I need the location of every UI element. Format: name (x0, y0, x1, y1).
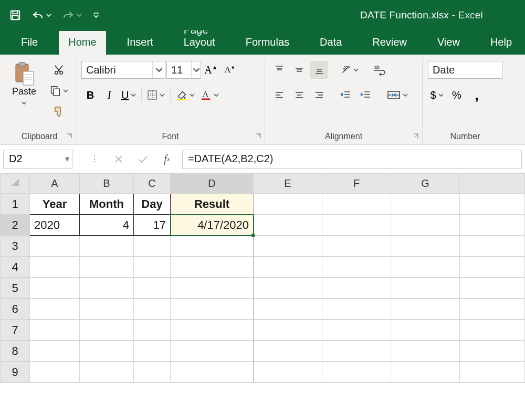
align-center-button[interactable] (290, 86, 308, 104)
cell-E4[interactable] (254, 257, 322, 278)
cell-A4[interactable] (30, 257, 80, 278)
row-header-6[interactable]: 6 (1, 299, 30, 320)
col-header-C[interactable]: C (134, 174, 171, 194)
cell-B4[interactable] (80, 257, 134, 278)
decrease-indent-button[interactable] (337, 86, 354, 104)
tab-file[interactable]: File (12, 31, 47, 55)
row-header-9[interactable]: 9 (1, 362, 30, 383)
cell-C9[interactable] (134, 362, 171, 383)
bold-button[interactable]: B (81, 86, 99, 104)
cell-E9[interactable] (254, 362, 322, 383)
customize-qat-button[interactable] (89, 8, 103, 22)
cell-G8[interactable] (391, 341, 460, 362)
tab-home[interactable]: Home (59, 31, 106, 55)
tab-insert[interactable]: Insert (118, 31, 163, 55)
percent-format-button[interactable]: % (448, 86, 466, 104)
number-format-input[interactable] (428, 61, 502, 78)
cell-E2[interactable] (254, 215, 322, 236)
cell-C3[interactable] (134, 236, 171, 257)
format-painter-button[interactable] (47, 103, 70, 121)
cell-D4[interactable] (171, 257, 254, 278)
insert-function-button[interactable]: fx (158, 150, 176, 168)
cell-F4[interactable] (322, 257, 391, 278)
orientation-button[interactable]: ab (338, 61, 361, 79)
row-header-8[interactable]: 8 (1, 341, 30, 362)
cell-E8[interactable] (254, 341, 322, 362)
cell-A7[interactable] (30, 320, 80, 341)
increase-font-button[interactable]: A▲ (202, 61, 220, 79)
cell-A1[interactable]: Year (30, 194, 80, 215)
cancel-formula-button[interactable] (110, 150, 128, 168)
cell-G3[interactable] (391, 236, 460, 257)
cell-A9[interactable] (30, 362, 80, 383)
tab-review[interactable]: Review (363, 31, 416, 55)
align-left-button[interactable] (270, 86, 288, 104)
cell-F2[interactable] (322, 215, 391, 236)
cell-B6[interactable] (80, 299, 134, 320)
cell-H5[interactable] (460, 278, 525, 299)
spreadsheet-grid[interactable]: A B C D E F G 1 Year Month Day Result (0, 173, 525, 383)
number-format-combo[interactable] (428, 61, 502, 79)
copy-button[interactable] (47, 82, 70, 100)
cell-H3[interactable] (460, 236, 525, 257)
cell-C6[interactable] (134, 299, 171, 320)
cell-D7[interactable] (171, 320, 254, 341)
row-header-4[interactable]: 4 (1, 257, 30, 278)
cell-A3[interactable] (30, 236, 80, 257)
cell-F8[interactable] (322, 341, 391, 362)
cell-E3[interactable] (254, 236, 322, 257)
cell-D8[interactable] (171, 341, 254, 362)
cell-F7[interactable] (322, 320, 391, 341)
col-header-extra[interactable] (460, 174, 525, 194)
redo-button[interactable] (59, 7, 85, 24)
alignment-launcher-icon[interactable] (413, 132, 419, 141)
cell-H7[interactable] (460, 320, 525, 341)
merge-center-button[interactable] (385, 86, 410, 104)
borders-button[interactable] (145, 86, 167, 104)
cell-E1[interactable] (254, 194, 322, 215)
cell-A5[interactable] (30, 278, 80, 299)
cell-G1[interactable] (391, 194, 460, 215)
underline-button[interactable]: U (119, 86, 138, 104)
cell-G5[interactable] (391, 278, 460, 299)
row-header-5[interactable]: 5 (1, 278, 30, 299)
font-color-button[interactable]: A (198, 86, 221, 104)
cell-H4[interactable] (460, 257, 525, 278)
select-all-corner[interactable] (1, 174, 30, 194)
cut-button[interactable] (47, 61, 70, 79)
cell-D5[interactable] (171, 278, 254, 299)
cell-E5[interactable] (254, 278, 322, 299)
cell-C5[interactable] (134, 278, 171, 299)
tab-help[interactable]: Help (481, 31, 521, 55)
row-header-7[interactable]: 7 (1, 320, 30, 341)
tab-data[interactable]: Data (310, 31, 351, 55)
align-middle-button[interactable] (290, 61, 308, 79)
cell-G9[interactable] (391, 362, 460, 383)
cell-C8[interactable] (134, 341, 171, 362)
align-right-button[interactable] (310, 86, 328, 104)
wrap-text-button[interactable]: ab (371, 61, 389, 79)
font-size-combo[interactable] (166, 61, 201, 79)
row-header-1[interactable]: 1 (1, 194, 30, 215)
fx-more-icon[interactable]: ⋮ (86, 150, 103, 168)
decrease-font-button[interactable]: A▼ (221, 61, 239, 79)
name-box[interactable]: ▾ (3, 150, 72, 169)
cell-C1[interactable]: Day (134, 194, 171, 215)
cell-C7[interactable] (134, 320, 171, 341)
cell-B5[interactable] (80, 278, 134, 299)
cell-A2[interactable]: 2020 (30, 215, 80, 236)
cell-G6[interactable] (391, 299, 460, 320)
cell-D2[interactable]: 4/17/2020 (171, 215, 254, 236)
name-box-input[interactable] (4, 152, 62, 166)
cell-F6[interactable] (322, 299, 391, 320)
col-header-G[interactable]: G (391, 174, 460, 194)
name-box-dropdown-icon[interactable]: ▾ (62, 154, 72, 164)
font-name-combo[interactable] (81, 61, 165, 79)
cell-C2[interactable]: 17 (134, 215, 171, 236)
cell-H1[interactable] (460, 194, 525, 215)
save-button[interactable] (6, 6, 24, 24)
cell-C4[interactable] (134, 257, 171, 278)
col-header-E[interactable]: E (254, 174, 322, 194)
row-header-3[interactable]: 3 (1, 236, 30, 257)
align-bottom-button[interactable] (310, 61, 328, 79)
